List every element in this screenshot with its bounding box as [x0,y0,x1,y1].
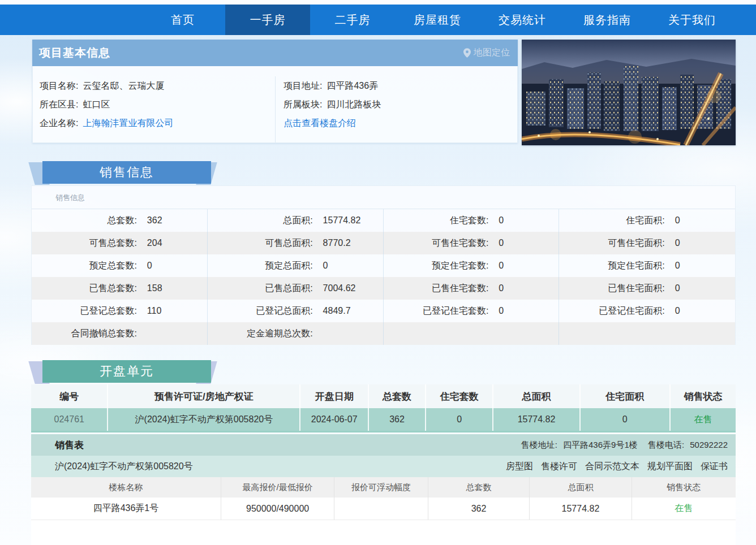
stat-value: 204 [147,238,162,248]
stat-label: 预定总套数: [32,260,137,272]
stat-label: 可售总套数: [32,237,137,249]
stat-cell: 定金逾期总次数: [208,322,384,345]
nav-item-about-us[interactable]: 关于我们 [650,5,734,35]
field-value: 四平路436弄 [327,81,378,90]
nav-item-home[interactable]: 首页 [140,5,225,35]
project-info-header: 项目基本信息 地图定位 [32,40,518,66]
project-photo [522,40,736,145]
nav-item-service-guide[interactable]: 服务指南 [565,5,650,35]
page: 首页 一手房 二手房 房屋租赁 交易统计 服务指南 关于我们 项目基本信息 地图… [0,0,756,545]
opening-unit-row[interactable]: 024761 沪(2024)虹字不动产权第005820号 2024-06-07 … [31,408,736,431]
stat-label: 已售住宅套数: [384,283,489,295]
stat-cell: 已售总面积:7004.62 [208,277,384,300]
project-info-body: 项目名称:云玺名邸、云瑞大厦 所在区县:虹口区 企业名称:上海翰沣置业有限公司 … [32,66,518,143]
stat-value: 4849.7 [323,306,351,316]
phone-value: 50292222 [690,440,728,449]
stat-label: 已登记总面积: [208,305,313,317]
sales-info-panel: 销售信息 总套数:362 总面积:15774.82 住宅套数:0 住宅面积:0 … [31,185,736,345]
building-row[interactable]: 四平路436弄1号 950000/490000 362 15774.82 在售 [31,498,736,520]
sales-info-row: 总套数:362 总面积:15774.82 住宅套数:0 住宅面积:0 [32,209,735,232]
stat-label: 预定住宅面积: [559,260,664,272]
map-pin-icon [463,48,471,58]
column-header: 总面积 [492,384,579,408]
stat-cell: 住宅套数:0 [384,209,560,232]
column-header: 编号 [31,384,107,408]
stat-label: 可售住宅面积: [559,237,664,249]
sales-info-row: 可售总套数:204 可售总面积:8770.2 可售住宅套数:0 可售住宅面积:0 [32,232,735,254]
nav-item-statistics[interactable]: 交易统计 [480,5,565,35]
stat-cell: 预定总套数:0 [32,254,208,277]
stat-label: 预定总面积: [208,260,313,272]
section-title-project-info: 项目基本信息 [39,45,463,60]
sales-info-row: 预定总套数:0 预定总面积:0 预定住宅套数:0 预定住宅面积:0 [32,254,735,277]
top-strip [0,0,756,5]
nav-spacer [0,5,140,35]
stat-label: 已售住宅面积: [559,283,664,295]
stat-label: 已登记住宅套数: [384,305,489,317]
permit-band: 沪(2024)虹字不动产权第005820号 房型图 售楼许可 合同示范文本 规划… [31,456,736,477]
company-link[interactable]: 上海翰沣置业有限公司 [83,118,173,128]
contract-template-link[interactable]: 合同示范文本 [585,461,639,473]
sales-permit-link[interactable]: 售楼许可 [541,461,577,473]
project-info-left-column: 项目名称:云玺名邸、云瑞大厦 所在区县:虹口区 企业名称:上海翰沣置业有限公司 [33,76,275,142]
stat-value: 0 [675,306,680,316]
price-range-cell: 950000/490000 [221,498,334,520]
stat-label: 定金逾期总次数: [208,328,313,340]
map-locate-link[interactable]: 地图定位 [463,47,510,59]
guarantee-link[interactable]: 保证书 [701,461,728,473]
stat-value: 0 [499,261,504,271]
plate-row: 所属板块:四川北路板块 [284,95,517,114]
field-value: 虹口区 [83,100,110,109]
float-range-cell [334,498,428,520]
sales-table-header-band: 销售表 售楼地址: 四平路436弄9号1楼 售楼电话: 50292222 [31,434,736,456]
stat-cell: 总套数:362 [32,209,208,232]
stat-value: 0 [323,261,328,271]
stat-value: 0 [675,261,680,271]
project-info-panel: 项目基本信息 地图定位 项目名称:云玺名邸、云瑞大厦 所在区县:虹口区 企业名称… [32,40,518,143]
stat-value: 0 [675,215,680,226]
sales-info-row: 合同撤销总套数: 定金逾期总次数: [32,322,735,345]
residential-units-cell: 0 [425,408,493,431]
address-value: 四平路436弄9号1楼 [563,440,638,449]
floor-plan-link[interactable]: 房型图 [506,461,533,473]
opening-date-cell: 2024-06-07 [299,408,368,431]
column-header: 总套数 [368,384,425,408]
stat-value: 15774.82 [323,215,361,226]
stat-value: 0 [499,283,504,293]
total-units-cell: 362 [368,408,425,431]
project-intro-link[interactable]: 点击查看楼盘介绍 [284,118,356,128]
cityscape-image [522,40,736,145]
nav-item-rental[interactable]: 房屋租赁 [395,5,480,35]
column-header: 住宅面积 [579,384,669,408]
stat-cell: 预定住宅面积:0 [559,254,735,277]
stat-label: 已售总套数: [32,283,137,295]
building-table-header-row: 楼栋名称 最高报价/最低报价 报价可浮动幅度 总套数 总面积 销售状态 [31,477,736,498]
column-header: 住宅套数 [425,384,493,408]
map-locate-label: 地图定位 [474,47,510,59]
stat-label: 已售总面积: [208,283,313,295]
stat-label: 可售总面积: [208,237,313,249]
unit-id-cell: 024761 [31,408,107,431]
stat-value: 7004.62 [323,283,356,293]
field-label: 所在区县: [40,100,78,109]
total-area-cell: 15774.82 [529,498,632,520]
sales-table-title: 销售表 [31,439,521,452]
field-label: 所属板块: [284,100,322,109]
stat-cell: 住宅面积:0 [559,209,735,232]
stat-cell: 可售总面积:8770.2 [208,232,384,254]
stat-value: 0 [499,238,504,248]
field-value: 四川北路板块 [327,100,381,109]
phone-label: 售楼电话: [648,440,684,449]
sales-office-contact: 售楼地址: 四平路436弄9号1楼 售楼电话: 50292222 [521,440,736,451]
nav-item-new-houses[interactable]: 一手房 [225,5,310,35]
field-label: 项目名称: [40,81,78,90]
sales-info-subtitle: 销售信息 [32,186,735,209]
column-header: 楼栋名称 [31,477,221,498]
stat-cell: 可售总套数:204 [32,232,208,254]
stat-value: 8770.2 [323,238,351,248]
stat-cell: 预定总面积:0 [208,254,384,277]
planning-map-link[interactable]: 规划平面图 [647,461,693,473]
project-name-row: 项目名称:云玺名邸、云瑞大厦 [40,76,275,95]
nav-item-second-hand[interactable]: 二手房 [310,5,395,35]
stat-cell: 已售住宅套数:0 [384,277,560,300]
